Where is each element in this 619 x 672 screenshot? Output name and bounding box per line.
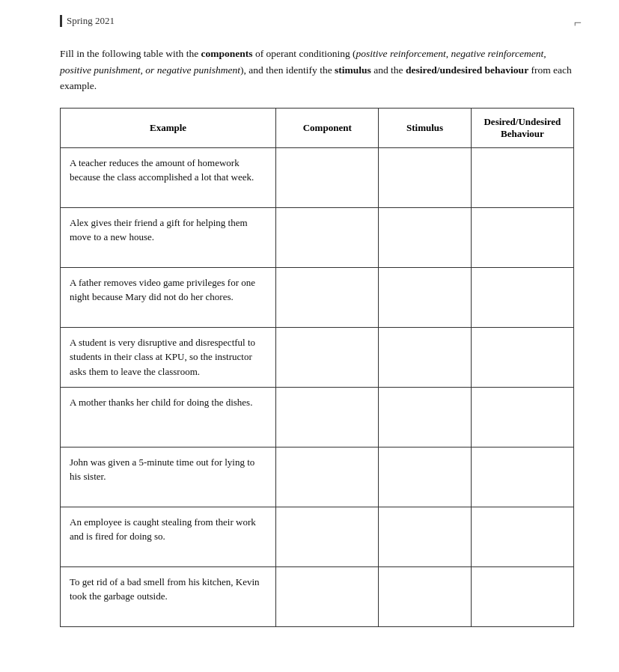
desired-cell-5 (471, 387, 573, 447)
example-cell-8: To get rid of a bad smell from his kitch… (61, 566, 276, 626)
instructions-part1: Fill in the following table with the (60, 48, 201, 59)
instructions-bold3: desired/undesired behaviour (406, 64, 528, 76)
stimulus-cell-5 (379, 387, 471, 447)
component-cell-7 (276, 507, 379, 566)
semester-label: Spring 2021 (60, 15, 115, 27)
top-bar: Spring 2021 ⌐ (60, 15, 574, 31)
header-desired-text: Desired/UndesiredBehaviour (484, 116, 561, 139)
header-component: Component (276, 108, 379, 147)
table-row: To get rid of a bad smell from his kitch… (61, 566, 574, 626)
stimulus-cell-8 (379, 566, 471, 626)
desired-cell-4 (471, 327, 573, 387)
component-cell-3 (276, 267, 379, 327)
component-cell-4 (276, 327, 379, 387)
component-cell-2 (276, 207, 379, 267)
instructions-bold2: stimulus (335, 64, 371, 76)
example-cell-1: A teacher reduces the amount of homework… (61, 147, 276, 207)
example-cell-4: A student is very disruptive and disresp… (61, 327, 276, 387)
instructions-part2: of operant conditioning ( (253, 48, 356, 59)
instructions: Fill in the following table with the com… (60, 46, 574, 94)
desired-cell-7 (471, 507, 573, 566)
stimulus-cell-6 (379, 447, 471, 507)
table-row: John was given a 5-minute time out for l… (61, 447, 574, 507)
example-cell-3: A father removes video game privileges f… (61, 267, 276, 327)
instructions-part4: and the (371, 64, 406, 76)
instructions-bold1: components (201, 48, 253, 59)
component-cell-1 (276, 147, 379, 207)
component-cell-6 (276, 447, 379, 507)
component-cell-8 (276, 566, 379, 626)
stimulus-cell-4 (379, 327, 471, 387)
desired-cell-2 (471, 207, 573, 267)
table-row: Alex gives their friend a gift for helpi… (61, 207, 574, 267)
desired-cell-3 (471, 267, 573, 327)
example-cell-7: An employee is caught stealing from thei… (61, 507, 276, 566)
table-row: A student is very disruptive and disresp… (61, 327, 574, 387)
stimulus-cell-2 (379, 207, 471, 267)
stimulus-cell-1 (379, 147, 471, 207)
table-row: An employee is caught stealing from thei… (61, 507, 574, 566)
example-cell-5: A mother thanks her child for doing the … (61, 387, 276, 447)
header-example: Example (61, 108, 276, 147)
stimulus-cell-7 (379, 507, 471, 566)
example-cell-6: John was given a 5-minute time out for l… (61, 447, 276, 507)
table-row: A father removes video game privileges f… (61, 267, 574, 327)
header-stimulus: Stimulus (379, 108, 471, 147)
component-cell-5 (276, 387, 379, 447)
header-desired: Desired/UndesiredBehaviour (471, 108, 573, 147)
top-right-bracket: ⌐ (574, 15, 582, 31)
desired-cell-6 (471, 447, 573, 507)
desired-cell-1 (471, 147, 573, 207)
table-row: A teacher reduces the amount of homework… (61, 147, 574, 207)
page: Spring 2021 ⌐ Fill in the following tabl… (0, 0, 619, 672)
instructions-part3: ), and then identify the (240, 64, 335, 76)
desired-cell-8 (471, 566, 573, 626)
stimulus-cell-3 (379, 267, 471, 327)
example-cell-2: Alex gives their friend a gift for helpi… (61, 207, 276, 267)
operant-conditioning-table: Example Component Stimulus Desired/Undes… (60, 108, 574, 627)
table-row: A mother thanks her child for doing the … (61, 387, 574, 447)
